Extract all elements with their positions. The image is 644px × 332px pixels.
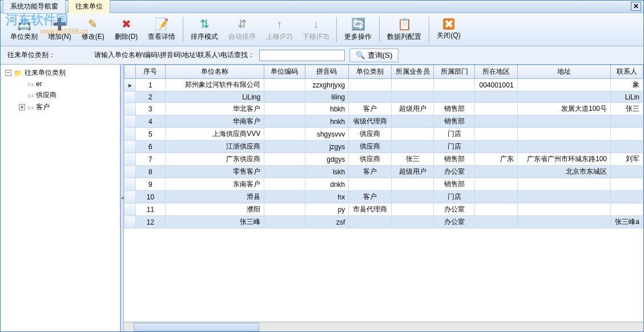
row-indicator[interactable]: [124, 178, 136, 191]
table-row[interactable]: 4华南客户hnkh省级代理商销售部: [124, 115, 643, 128]
cell-contact[interactable]: [611, 115, 643, 128]
cell-rep[interactable]: [391, 203, 434, 216]
col-region[interactable]: 所在地区: [474, 65, 517, 79]
cell-rep[interactable]: 超级用户: [391, 166, 434, 178]
column-config-button[interactable]: 📋数据列配置: [382, 14, 426, 45]
cell-contact[interactable]: [611, 128, 643, 141]
cell-region[interactable]: [474, 103, 517, 115]
cell-seq[interactable]: 11: [136, 203, 165, 216]
cell-dept[interactable]: [434, 79, 475, 91]
search-input[interactable]: [259, 50, 345, 61]
moveup-button[interactable]: ↑上移(F2): [261, 14, 297, 45]
edit-button[interactable]: ✎修改(E): [77, 14, 110, 45]
cell-dept[interactable]: 销售部: [434, 115, 475, 128]
cell-contact[interactable]: 张三: [611, 103, 643, 115]
cell-seq[interactable]: 4: [136, 115, 165, 128]
col-seq[interactable]: 序号: [136, 65, 165, 79]
row-selector-header[interactable]: [124, 65, 136, 79]
cell-seq[interactable]: 6: [136, 141, 165, 153]
cell-code[interactable]: [264, 103, 305, 115]
cell-rep[interactable]: [391, 91, 434, 103]
table-row[interactable]: 9东南客户dnkh销售部: [124, 178, 643, 191]
cell-pinyin[interactable]: py: [305, 203, 349, 216]
delete-button[interactable]: ✖删除(D): [110, 14, 143, 45]
cell-type[interactable]: 客户: [349, 166, 392, 178]
cell-contact[interactable]: [611, 166, 643, 178]
cell-addr[interactable]: [517, 79, 610, 91]
tree-item[interactable]: ▭ 供应商: [17, 89, 118, 101]
add-button[interactable]: ➕增加(N): [43, 14, 77, 45]
cell-name[interactable]: 郑州象过河软件有限公司: [165, 79, 264, 91]
table-row[interactable]: 5上海供应商VVVshgysvvv供应商门店: [124, 128, 643, 141]
cell-rep[interactable]: [391, 141, 434, 153]
table-row[interactable]: ▸1郑州象过河软件有限公司zzxghrjyxg004001001象: [124, 79, 643, 91]
cell-dept[interactable]: 销售部: [434, 153, 475, 166]
cell-code[interactable]: [264, 79, 305, 91]
cell-region[interactable]: [474, 91, 517, 103]
cell-region[interactable]: [474, 203, 517, 216]
tab-sysnavigator[interactable]: 系统功能导航窗: [3, 0, 66, 14]
row-indicator[interactable]: [124, 203, 136, 216]
cell-region[interactable]: [474, 191, 517, 203]
col-rep[interactable]: 所属业务员: [391, 65, 434, 79]
row-indicator[interactable]: [124, 115, 136, 128]
cell-region[interactable]: [474, 216, 517, 229]
cell-contact[interactable]: [611, 203, 643, 216]
table-row[interactable]: 2LiLinglilingLiLin: [124, 91, 643, 103]
cell-dept[interactable]: 销售部: [434, 178, 475, 191]
cell-name[interactable]: 滑县: [165, 191, 264, 203]
cell-region[interactable]: [474, 166, 517, 178]
cell-code[interactable]: [264, 203, 305, 216]
collapse-icon[interactable]: −: [5, 70, 11, 76]
search-button[interactable]: 🔍查询(S): [349, 49, 399, 62]
cell-pinyin[interactable]: hnkh: [305, 115, 349, 128]
cell-seq[interactable]: 9: [136, 178, 165, 191]
cell-type[interactable]: 客户: [349, 191, 392, 203]
row-indicator[interactable]: [124, 128, 136, 141]
cell-name[interactable]: LiLing: [165, 91, 264, 103]
col-addr[interactable]: 地址: [517, 65, 610, 79]
row-indicator[interactable]: [124, 166, 136, 178]
cell-dept[interactable]: 办公室: [434, 216, 475, 229]
tree-item[interactable]: +▭ 客户: [17, 101, 118, 113]
cell-contact[interactable]: 张三峰a: [611, 216, 643, 229]
row-indicator[interactable]: [124, 216, 136, 229]
cell-addr[interactable]: [517, 115, 610, 128]
cell-name[interactable]: 东南客户: [165, 178, 264, 191]
table-row[interactable]: 10滑县hx客户门店: [124, 191, 643, 203]
tab-partner-units[interactable]: 往来单位: [68, 0, 110, 14]
col-name[interactable]: 单位名称: [165, 65, 264, 79]
cell-region[interactable]: [474, 128, 517, 141]
cell-seq[interactable]: 10: [136, 191, 165, 203]
cell-addr[interactable]: [517, 141, 610, 153]
tree-root[interactable]: − 📁 往来单位类别: [3, 67, 118, 79]
cell-name[interactable]: 上海供应商VVV: [165, 128, 264, 141]
horizontal-scrollbar[interactable]: [124, 322, 643, 331]
cell-seq[interactable]: 1: [136, 79, 165, 91]
cell-name[interactable]: 濮阳: [165, 203, 264, 216]
cell-code[interactable]: [264, 166, 305, 178]
cell-rep[interactable]: [391, 191, 434, 203]
cell-pinyin[interactable]: zsf: [305, 216, 349, 229]
cell-dept[interactable]: 办公室: [434, 203, 475, 216]
cell-rep[interactable]: 张三: [391, 153, 434, 166]
cell-dept[interactable]: 门店: [434, 141, 475, 153]
cell-addr[interactable]: [517, 128, 610, 141]
cell-code[interactable]: [264, 141, 305, 153]
col-dept[interactable]: 所属部门: [434, 65, 475, 79]
table-row[interactable]: 3华北客户hbkh客户超级用户销售部发展大道100号张三: [124, 103, 643, 115]
col-code[interactable]: 单位编码: [264, 65, 305, 79]
cell-pinyin[interactable]: hbkh: [305, 103, 349, 115]
cell-contact[interactable]: [611, 141, 643, 153]
cell-name[interactable]: 江浙供应商: [165, 141, 264, 153]
cell-addr[interactable]: [517, 91, 610, 103]
cell-dept[interactable]: 门店: [434, 191, 475, 203]
table-row[interactable]: 8零售客户lskh客户超级用户办公室北京市东城区: [124, 166, 643, 178]
cell-region[interactable]: 004001001: [474, 79, 517, 91]
cell-type[interactable]: 供应商: [349, 141, 392, 153]
cell-pinyin[interactable]: gdgys: [305, 153, 349, 166]
cell-addr[interactable]: 北京市东城区: [517, 166, 610, 178]
cell-contact[interactable]: 象: [611, 79, 643, 91]
cell-pinyin[interactable]: liling: [305, 91, 349, 103]
cell-code[interactable]: [264, 128, 305, 141]
